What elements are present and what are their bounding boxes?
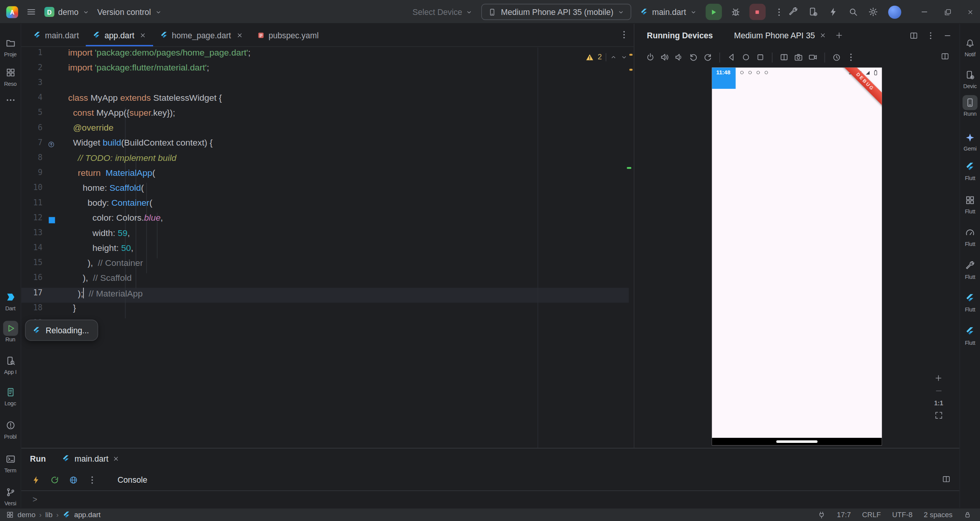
tool-window-button-run[interactable]: Run [0,321,21,343]
close-window-button[interactable] [967,8,974,15]
maximize-button[interactable] [944,8,952,16]
zoom-out-icon[interactable] [934,387,943,395]
profiler-icon[interactable] [828,7,838,17]
line-number[interactable]: 14 [21,242,43,257]
next-problem-icon[interactable] [621,54,627,61]
tool-window-button-resource-manager[interactable]: Reso [0,65,21,87]
user-avatar[interactable] [888,5,901,18]
line-number[interactable]: 2 [21,62,43,77]
layout-settings-icon[interactable] [942,475,951,483]
line-number[interactable]: 9 [21,168,43,183]
run-configuration-selector[interactable]: main.dart [640,7,697,16]
code-line-9[interactable]: return MaterialApp( [67,168,634,183]
tab-options-icon[interactable] [619,30,629,39]
tool-window-button-more-tool-windows[interactable] [0,93,21,108]
editor-tab-home_page.dart[interactable]: home_page.dart [153,24,250,46]
tool-window-button-flutter-property-editor[interactable]: Flutt [960,258,980,280]
color-preview-chip[interactable] [49,217,55,223]
code-text[interactable]: import 'package:demo/pages/home_page.dar… [67,48,634,448]
device-tab[interactable]: Medium Phone API 35 [734,31,826,40]
zoom-reset-button[interactable]: 1:1 [934,400,943,406]
inspections-widget[interactable]: 2 [582,51,631,63]
debug-button[interactable] [730,7,740,17]
tool-window-button-flutter-inspector[interactable]: Flutt [960,159,980,181]
open-devtools-icon[interactable] [69,475,78,484]
snapshots-icon[interactable] [832,52,841,62]
more-options-icon[interactable] [926,31,935,40]
line-number[interactable]: 13 [21,228,43,242]
override-marker-icon[interactable] [47,141,55,148]
line-number[interactable]: 17 [21,288,43,303]
indent-setting[interactable]: 2 spaces [924,511,952,519]
gesture-pill[interactable] [776,440,818,443]
code-line-17[interactable]: ); // MaterialApp [67,288,634,303]
code-line-4[interactable]: class MyApp extends StatelessWidget { [67,93,634,108]
code-line-13[interactable]: width: 59, [67,228,634,242]
editor-gutter[interactable]: 12345678910111213141516171819 [21,48,68,448]
select-device-dropdown[interactable]: Select Device [413,7,473,16]
volume-up-icon[interactable] [660,52,669,62]
line-number[interactable]: 16 [21,273,43,288]
tool-window-button-notifications[interactable]: Notif [960,36,980,57]
tool-window-button-project[interactable]: Proje [0,36,21,57]
editor-tab-app.dart[interactable]: app.dart [86,24,153,46]
close-icon[interactable] [139,31,146,38]
code-line-3[interactable] [67,77,634,92]
zoom-in-icon[interactable] [934,374,942,382]
volume-down-icon[interactable] [675,52,684,62]
readonly-lock-icon[interactable] [964,511,972,519]
power-icon[interactable] [646,52,655,62]
back-icon[interactable] [727,52,736,62]
code-line-15[interactable]: ), // Container [67,258,634,273]
code-line-16[interactable]: ), // Scaffold [67,273,634,288]
tool-window-button-logcat[interactable]: Logc [0,385,21,406]
line-number[interactable]: 18 [21,303,43,318]
breadcrumb-project[interactable]: demo [18,511,36,519]
hot-reload-icon[interactable] [31,475,41,484]
warning-stripe-mark[interactable] [629,54,632,56]
close-icon[interactable] [819,32,826,39]
code-line-7[interactable]: Widget build(BuildContext context) { [67,138,634,152]
change-stripe-mark[interactable] [627,167,631,169]
code-line-8[interactable]: // TODO: implement build [67,152,634,167]
emulator-screen[interactable]: 11:48 3G DEBUG [712,67,882,445]
run-tab-main-dart[interactable]: main.dart [62,454,120,463]
device-manager-icon[interactable] [808,7,818,17]
line-number[interactable]: 11 [21,198,43,213]
console-output[interactable]: > [21,491,960,508]
sdk-manager-icon[interactable] [788,7,798,17]
code-editor[interactable]: 12345678910111213141516171819 import 'pa… [21,47,634,448]
more-actions-icon[interactable] [88,475,97,484]
device-selector[interactable]: Medium Phone API 35 (mobile) [482,4,632,20]
add-device-icon[interactable] [835,31,843,39]
close-icon[interactable] [236,31,243,38]
line-separator[interactable]: CRLF [862,511,881,519]
minimize-button[interactable] [920,8,929,16]
line-number[interactable]: 3 [21,77,43,92]
tool-window-button-flutter-performance[interactable]: Flutt [960,225,980,247]
tool-window-button-version-control[interactable]: Versi [0,485,21,506]
hide-panel-icon[interactable] [943,31,952,40]
warning-stripe-mark[interactable] [629,69,632,71]
line-number[interactable]: 5 [21,108,43,123]
tool-window-button-running-devices[interactable]: Runn [960,95,980,117]
pip-icon[interactable] [941,52,949,61]
code-line-10[interactable]: home: Scaffold( [67,183,634,198]
code-line-18[interactable]: } [67,303,634,318]
code-line-12[interactable]: color: Colors.blue, [67,213,634,228]
screen-record-icon[interactable] [808,52,817,62]
line-number[interactable]: 12 [21,213,43,228]
vcs-widget[interactable]: Version control [97,7,162,16]
code-line-6[interactable]: @override [67,123,634,138]
prev-problem-icon[interactable] [610,54,617,61]
project-selector[interactable]: D demo [44,7,89,17]
search-everywhere-icon[interactable] [848,7,858,17]
more-actions-icon[interactable] [774,7,783,16]
line-number[interactable]: 15 [21,258,43,273]
line-number[interactable]: 10 [21,183,43,198]
zoom-fit-icon[interactable] [934,411,943,420]
extended-controls-icon[interactable] [846,52,856,62]
overview-icon[interactable] [756,52,765,62]
tool-window-button-app-inspection[interactable]: App I [0,353,21,375]
line-number[interactable]: 4 [21,93,43,108]
